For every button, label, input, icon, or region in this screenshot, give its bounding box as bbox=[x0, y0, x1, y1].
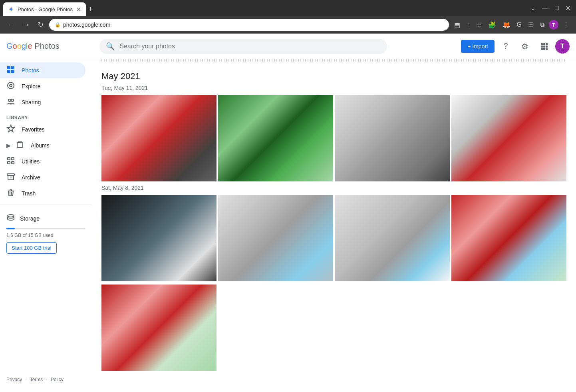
photo-item[interactable] bbox=[218, 95, 333, 181]
trash-label: Trash bbox=[22, 190, 36, 197]
settings-button[interactable]: ⚙ bbox=[517, 38, 533, 54]
list-icon[interactable]: ☰ bbox=[526, 20, 536, 30]
svg-point-0 bbox=[10, 8, 12, 10]
extensions-icon[interactable]: 🧩 bbox=[486, 20, 498, 30]
sidebar-item-archive[interactable]: Archive bbox=[0, 169, 85, 185]
terms-link[interactable]: Terms bbox=[30, 377, 43, 382]
storage-used-text: 1.6 GB of 15 GB used bbox=[6, 233, 85, 238]
settings-icon: ⚙ bbox=[521, 42, 528, 51]
tab-bar: Photos - Google Photos ✕ + ⌄ — □ ✕ bbox=[0, 0, 576, 16]
start-trial-button[interactable]: Start 100 GB trial bbox=[6, 242, 57, 254]
app-name: Photos bbox=[35, 42, 60, 51]
svg-rect-3 bbox=[546, 43, 548, 45]
sidebar: Photos Explore bbox=[0, 59, 92, 392]
browser-chrome: Photos - Google Photos ✕ + ⌄ — □ ✕ ← → ↻… bbox=[0, 0, 576, 34]
close-window-button[interactable]: ✕ bbox=[563, 4, 573, 13]
storage-section: Storage 1.6 GB of 15 GB used Start 100 G… bbox=[0, 208, 92, 259]
svg-rect-12 bbox=[7, 70, 10, 73]
sidebar-item-sharing[interactable]: Sharing bbox=[0, 94, 85, 110]
svg-point-17 bbox=[11, 99, 14, 101]
maximize-button[interactable]: □ bbox=[552, 4, 561, 12]
screen-cast-icon[interactable]: ⬒ bbox=[452, 20, 462, 30]
sidebar-item-trash[interactable]: Trash bbox=[0, 185, 85, 201]
sidebar-footer: Privacy · Terms · Policy bbox=[0, 370, 92, 389]
svg-rect-20 bbox=[8, 157, 10, 160]
storage-label: Storage bbox=[20, 215, 40, 222]
photo-item[interactable] bbox=[101, 285, 216, 371]
photo-item[interactable] bbox=[218, 195, 333, 281]
help-button[interactable]: ? bbox=[498, 38, 514, 54]
storage-icon bbox=[6, 213, 15, 224]
svg-rect-24 bbox=[7, 174, 14, 175]
photo-item[interactable] bbox=[451, 195, 566, 281]
share-icon[interactable]: ↑ bbox=[465, 20, 472, 29]
tab-close-button[interactable]: ✕ bbox=[76, 6, 81, 13]
svg-rect-21 bbox=[8, 161, 10, 164]
sidebar-item-photos[interactable]: Photos bbox=[0, 62, 85, 78]
svg-marker-18 bbox=[7, 125, 14, 132]
help-icon: ? bbox=[503, 42, 508, 51]
sidebar-item-favorites[interactable]: Favorites bbox=[0, 121, 85, 137]
policy-link[interactable]: Policy bbox=[51, 377, 64, 382]
svg-rect-6 bbox=[546, 46, 548, 48]
url-box[interactable]: 🔒 photos.google.com bbox=[49, 19, 449, 31]
back-button[interactable]: ← bbox=[5, 20, 17, 30]
photo-item[interactable] bbox=[101, 95, 216, 181]
collapse-button[interactable]: ⌄ bbox=[528, 4, 538, 13]
more-options-icon[interactable]: ⋮ bbox=[561, 20, 571, 30]
import-button[interactable]: + Import bbox=[461, 40, 495, 53]
photo-item[interactable] bbox=[335, 195, 450, 281]
photos-label: Photos bbox=[22, 67, 39, 74]
active-tab[interactable]: Photos - Google Photos ✕ bbox=[3, 2, 86, 16]
minimize-button[interactable]: — bbox=[540, 4, 551, 12]
svg-rect-8 bbox=[543, 48, 545, 50]
lock-icon: 🔒 bbox=[55, 22, 61, 28]
photo-area: May 2021 Tue, May 11, 2021 Sat, May 8, 2… bbox=[92, 59, 576, 392]
forward-button[interactable]: → bbox=[20, 20, 32, 30]
grammarly-icon[interactable]: G bbox=[515, 20, 524, 29]
utilities-label: Utilities bbox=[22, 158, 40, 165]
search-icon: 🔍 bbox=[106, 42, 115, 51]
search-bar[interactable]: 🔍 bbox=[99, 39, 387, 54]
sidebar-item-explore[interactable]: Explore bbox=[0, 78, 85, 94]
photo-grid-may8-row1 bbox=[101, 195, 566, 281]
browser-profile-avatar[interactable]: T bbox=[549, 20, 558, 30]
sidebar-divider bbox=[0, 205, 92, 205]
main-content: Photos Explore bbox=[0, 59, 576, 392]
date-strip bbox=[101, 59, 566, 62]
utilities-icon bbox=[6, 156, 15, 167]
photo-grid-may8-row2 bbox=[101, 285, 566, 371]
svg-rect-7 bbox=[541, 48, 543, 50]
date-header-may11: Tue, May 11, 2021 bbox=[101, 85, 566, 91]
photos-icon bbox=[6, 65, 15, 76]
url-text: photos.google.com bbox=[63, 22, 443, 28]
photo-item[interactable] bbox=[101, 195, 216, 281]
search-input[interactable] bbox=[119, 43, 381, 50]
svg-rect-5 bbox=[543, 46, 545, 48]
apps-button[interactable] bbox=[536, 38, 552, 54]
app-container: Google Photos 🔍 + Import ? ⚙ bbox=[0, 34, 576, 392]
bookmark-icon[interactable]: ☆ bbox=[474, 20, 484, 30]
sidebar-icon[interactable]: ⧉ bbox=[538, 20, 546, 29]
tab-title: Photos - Google Photos bbox=[18, 6, 73, 12]
svg-rect-11 bbox=[11, 66, 14, 69]
metamask-icon[interactable]: 🦊 bbox=[501, 20, 512, 30]
privacy-link[interactable]: Privacy bbox=[6, 377, 22, 382]
svg-point-16 bbox=[8, 99, 11, 101]
storage-item[interactable]: Storage bbox=[6, 213, 85, 224]
date-header-may8: Sat, May 8, 2021 bbox=[101, 185, 566, 191]
svg-rect-19 bbox=[17, 143, 23, 147]
reload-button[interactable]: ↻ bbox=[35, 20, 46, 30]
svg-rect-1 bbox=[541, 43, 543, 45]
sharing-label: Sharing bbox=[22, 99, 41, 105]
svg-rect-4 bbox=[541, 46, 543, 48]
profile-avatar[interactable]: T bbox=[555, 39, 570, 54]
google-g-logo: Google bbox=[6, 42, 32, 51]
photo-item[interactable] bbox=[335, 95, 450, 181]
storage-bar-fill bbox=[6, 228, 15, 229]
photo-item[interactable] bbox=[451, 95, 566, 181]
photo-grid-may11 bbox=[101, 95, 566, 181]
sidebar-item-utilities[interactable]: Utilities bbox=[0, 153, 85, 169]
sidebar-item-albums[interactable]: ▶ Albums bbox=[0, 137, 85, 153]
new-tab-button[interactable]: + bbox=[88, 5, 93, 14]
